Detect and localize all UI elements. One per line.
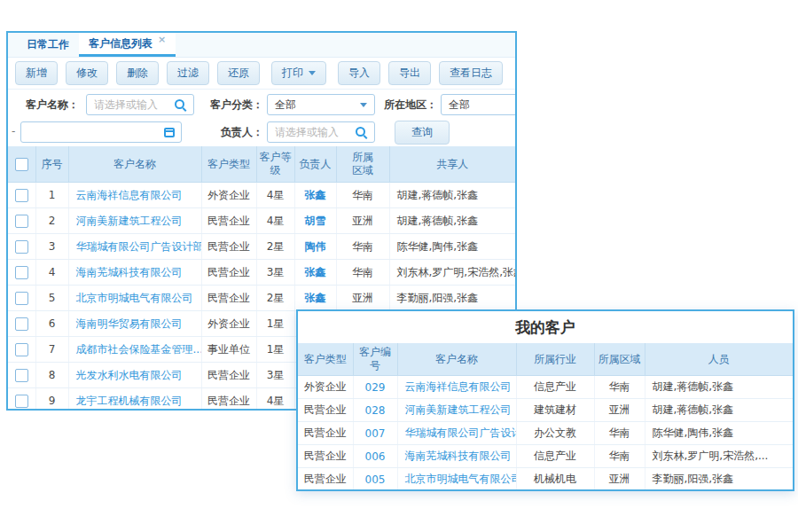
cell-grade: 2星 xyxy=(256,234,294,260)
table-row: 5北京市明城电气有限公司民营企业2星张鑫亚洲李勤丽,阳强,张鑫 xyxy=(8,286,515,311)
owner-link[interactable]: 张鑫 xyxy=(294,286,336,311)
owner-link[interactable]: 胡雪 xyxy=(294,208,336,234)
customer-name-link[interactable]: 北京市明城电气有限公司 xyxy=(68,286,201,311)
cell-industry: 办公文教 xyxy=(516,422,594,445)
customer-name-link[interactable]: 光发水利水电有限公司 xyxy=(68,363,201,388)
import-button[interactable]: 导入 xyxy=(338,61,380,85)
row-checkbox[interactable] xyxy=(15,240,28,254)
search-icon[interactable] xyxy=(175,99,187,112)
cell-seq: 5 xyxy=(35,286,68,311)
row-checkbox[interactable] xyxy=(15,292,28,305)
cell-region: 华南 xyxy=(594,376,645,399)
owner-label: 负责人： xyxy=(200,125,263,140)
print-button[interactable]: 打印 xyxy=(271,61,326,85)
export-button[interactable]: 导出 xyxy=(388,61,431,85)
cell-people: 李勤丽,阳强,张鑫 xyxy=(645,468,793,491)
cell-type: 民营企业 xyxy=(201,234,256,260)
customer-name-link[interactable]: 河南美新建筑工程公司 xyxy=(397,399,516,422)
header-shared: 共享人 xyxy=(389,146,515,183)
cell-region: 华南 xyxy=(336,234,389,260)
customer-name-link[interactable]: 华瑞城有限公司广告设计部 xyxy=(397,422,516,445)
customer-name-link[interactable]: 海南芜城科技有限公司 xyxy=(68,260,201,286)
owner-link[interactable]: 张鑫 xyxy=(294,260,336,286)
table-header-row: 客户类型 客户编 号 客户名称 所属行业 所属区域 人员 xyxy=(298,343,793,376)
cell-type: 事业单位 xyxy=(201,337,256,363)
cell-region: 华南 xyxy=(594,422,645,445)
district-label: 所在地区： xyxy=(373,98,437,113)
customer-name-link[interactable]: 云南海祥信息有限公司 xyxy=(397,376,516,399)
my-customers-table: 客户类型 客户编 号 客户名称 所属行业 所属区域 人员 外资企业029云南海祥… xyxy=(298,343,793,491)
filter-button[interactable]: 过滤 xyxy=(167,61,209,85)
cell-seq: 4 xyxy=(35,260,68,286)
edit-button[interactable]: 修改 xyxy=(66,61,108,85)
customer-name-link[interactable]: 海南明华贸易有限公司 xyxy=(68,311,201,337)
customer-name-link[interactable]: 龙宇工程机械有限公司 xyxy=(68,388,201,411)
category-select[interactable]: 全部 xyxy=(267,94,375,115)
cell-grade: 4星 xyxy=(256,183,294,208)
district-select[interactable]: 全部 xyxy=(441,94,517,115)
view-log-button[interactable]: 查看日志 xyxy=(439,61,503,85)
customer-code-link[interactable]: 006 xyxy=(353,445,397,468)
cell-industry: 机械机电 xyxy=(516,468,594,491)
cell-shared: 胡建,蒋德帧,张鑫 xyxy=(389,208,515,234)
tab-customer-list[interactable]: 客户信息列表 × xyxy=(79,33,176,57)
owner-link[interactable]: 张鑫 xyxy=(294,183,336,208)
category-value: 全部 xyxy=(275,98,296,113)
date-range-dash: - xyxy=(12,125,15,137)
table-row: 民营企业028河南美新建筑工程公司建筑建材亚洲胡建,蒋德帧,张鑫 xyxy=(298,399,793,422)
cell-seq: 2 xyxy=(35,208,68,234)
header-customer-code: 客户编 号 xyxy=(353,343,397,376)
cell-seq: 9 xyxy=(35,388,68,411)
cell-region: 亚洲 xyxy=(594,468,645,491)
customer-code-link[interactable]: 029 xyxy=(353,376,397,399)
checkbox-cell xyxy=(8,183,35,208)
row-checkbox[interactable] xyxy=(15,317,28,331)
row-checkbox[interactable] xyxy=(15,395,28,408)
select-all-checkbox[interactable] xyxy=(15,158,28,171)
chevron-down-icon xyxy=(309,71,316,75)
checkbox-cell xyxy=(8,311,35,337)
add-button[interactable]: 新增 xyxy=(15,61,58,85)
search-icon[interactable] xyxy=(356,127,368,139)
cell-type: 民营企业 xyxy=(298,468,353,491)
table-row: 3华瑞城有限公司广告设计部民营企业2星陶伟华南陈华健,陶伟,张鑫 xyxy=(8,234,515,260)
query-button[interactable]: 查询 xyxy=(395,121,450,145)
checkbox-cell xyxy=(8,388,35,411)
row-checkbox[interactable] xyxy=(15,189,28,202)
customer-code-link[interactable]: 005 xyxy=(353,468,397,491)
checkbox-cell xyxy=(8,260,35,286)
customer-name-link[interactable]: 海南芜城科技有限公司 xyxy=(397,445,516,468)
checkbox-cell xyxy=(8,208,35,234)
row-checkbox[interactable] xyxy=(15,215,28,228)
tab-daily-work[interactable]: 日常工作 xyxy=(17,33,79,57)
filter-area: 客户名称： 客户分类： 全部 所在地区： 全部 - xyxy=(8,90,515,146)
customer-name-link[interactable]: 华瑞城有限公司广告设计部 xyxy=(68,234,201,260)
customer-name-link[interactable]: 北京市明城电气有限公司 xyxy=(397,468,516,491)
row-checkbox[interactable] xyxy=(15,343,28,356)
customer-name-link[interactable]: 成都市社会保险基金管理... xyxy=(68,337,201,363)
table-row: 民营企业005北京市明城电气有限公司机械机电亚洲李勤丽,阳强,张鑫 xyxy=(298,468,793,491)
customer-name-link[interactable]: 河南美新建筑工程公司 xyxy=(68,208,201,234)
header-owner: 负责人 xyxy=(294,146,336,183)
customer-name-label: 客户名称： xyxy=(13,98,79,113)
cell-industry: 信息产业 xyxy=(516,376,594,399)
table-row: 2河南美新建筑工程公司民营企业4星胡雪亚洲胡建,蒋德帧,张鑫 xyxy=(8,208,515,234)
restore-button[interactable]: 还原 xyxy=(217,61,260,85)
customer-code-link[interactable]: 028 xyxy=(353,399,397,422)
owner-link[interactable]: 陶伟 xyxy=(294,234,336,260)
cell-region: 华南 xyxy=(336,260,389,286)
calendar-icon[interactable] xyxy=(164,128,175,137)
cell-shared: 陈华健,陶伟,张鑫 xyxy=(389,234,515,260)
cell-type: 民营企业 xyxy=(201,363,256,388)
delete-button[interactable]: 删除 xyxy=(116,61,159,85)
date-input[interactable] xyxy=(21,122,181,142)
close-icon[interactable]: × xyxy=(158,35,166,44)
customer-code-link[interactable]: 007 xyxy=(353,422,397,445)
cell-type: 民营企业 xyxy=(201,208,256,234)
customer-name-link[interactable]: 云南海祥信息有限公司 xyxy=(68,183,201,208)
cell-seq: 3 xyxy=(35,234,68,260)
row-checkbox[interactable] xyxy=(15,266,28,279)
checkbox-cell xyxy=(8,234,35,260)
row-checkbox[interactable] xyxy=(15,369,28,382)
cell-grade: 3星 xyxy=(256,363,294,388)
